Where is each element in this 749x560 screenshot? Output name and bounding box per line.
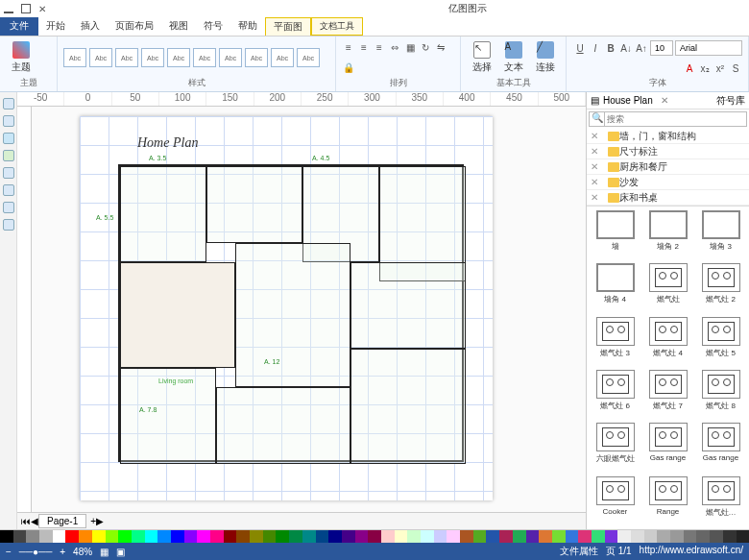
style-preset[interactable]: Abc [297,48,320,67]
shape-item[interactable]: 墙 [591,210,640,259]
lock-icon[interactable]: 🔒 [342,61,355,75]
zoom-in-icon[interactable]: + [60,547,65,557]
color-swatch[interactable] [552,530,566,543]
shape-item[interactable]: 燃气灶… [696,476,745,525]
flip-icon[interactable]: ⇋ [434,41,447,55]
zoom-out-icon[interactable]: − [6,547,12,557]
color-swatch[interactable] [526,530,540,543]
color-swatch[interactable] [132,530,145,543]
align-left-icon[interactable]: ≡ [342,41,355,55]
font-size-select[interactable] [650,40,673,56]
color-swatch[interactable] [157,530,171,543]
color-swatch[interactable] [710,530,723,543]
category-item[interactable]: ✕墙，门，窗和结构 [587,129,749,144]
status-url[interactable]: http://www.edrawsoft.cn/ [640,545,743,558]
remove-category-icon[interactable]: ✕ [591,161,600,172]
shape-item[interactable]: 燃气灶 8 [696,370,745,419]
strike-button[interactable]: S [729,61,742,75]
color-swatch[interactable] [210,530,224,543]
color-swatch[interactable] [617,530,631,543]
shape-item[interactable]: 燃气灶 2 [696,263,745,312]
style-preset[interactable]: Abc [193,48,216,67]
color-swatch[interactable] [407,530,421,543]
window-minimize-icon[interactable] [4,4,13,13]
page-tab-1[interactable]: Page-1 [38,514,86,528]
tab-view[interactable]: 视图 [161,17,196,36]
shape-item[interactable]: 燃气灶 3 [591,317,640,366]
color-swatch[interactable] [342,530,355,543]
color-swatch[interactable] [368,530,381,543]
drawing-page[interactable]: Home Plan A. 3.5 A. 4.5 [80,116,493,500]
context-tab-tools[interactable]: 文档工具 [311,17,363,36]
decrease-font-icon[interactable]: A↓ [619,41,633,55]
color-swatch[interactable] [566,530,579,543]
italic-button[interactable]: I [589,41,602,55]
color-swatch[interactable] [65,530,79,543]
color-swatch[interactable] [381,530,395,543]
color-swatch[interactable] [723,530,737,543]
view-mode-icon[interactable]: ▣ [116,547,125,557]
color-swatch[interactable] [592,530,605,543]
color-swatch[interactable] [421,530,434,543]
style-preset[interactable]: Abc [115,48,138,67]
style-preset[interactable]: Abc [89,48,112,67]
category-item[interactable]: ✕沙发 [587,175,749,190]
search-icon[interactable]: 🔍 [589,111,604,127]
color-swatch[interactable] [250,530,263,543]
align-center-icon[interactable]: ≡ [357,41,371,55]
color-swatch[interactable] [631,530,644,543]
text-tool[interactable]: A文本 [498,39,528,76]
tab-layout[interactable]: 页面布局 [108,17,161,36]
theme-button[interactable]: 主题 [6,39,36,76]
color-swatch[interactable] [302,530,316,543]
color-swatch[interactable] [328,530,342,543]
tab-insert[interactable]: 插入 [73,17,108,36]
style-preset[interactable]: Abc [63,48,86,67]
zoom-slider[interactable]: ──●── [19,547,52,557]
color-swatch[interactable] [39,530,53,543]
font-name-select[interactable] [675,40,742,56]
shape-item[interactable]: 墙角 2 [643,210,692,259]
color-swatch[interactable] [434,530,447,543]
shape-item[interactable]: 燃气灶 4 [643,317,692,366]
color-swatch[interactable] [236,530,250,543]
nav-prev-icon[interactable]: ◀ [31,516,38,526]
color-swatch[interactable] [447,530,460,543]
color-swatch[interactable] [355,530,369,543]
floor-plan[interactable]: A. 3.5 A. 4.5 A. 5.5 A. 12 A. 7.8 Living… [118,164,464,462]
color-swatch[interactable] [53,530,66,543]
tool-icon[interactable] [3,115,14,127]
tab-help[interactable]: 帮助 [230,17,265,36]
shape-search-input[interactable] [604,111,747,127]
color-swatch[interactable] [644,530,658,543]
shape-item[interactable]: 墙角 3 [696,210,745,259]
color-swatch[interactable] [737,530,750,543]
connector-tool[interactable]: ╱连接 [530,39,560,76]
shape-item[interactable]: Gas range [643,423,692,472]
color-swatch[interactable] [263,530,277,543]
dock-tab[interactable]: ▤ House Plan ✕ 符号库 [587,92,749,110]
color-swatch[interactable] [696,530,710,543]
view-mode-icon[interactable]: ▦ [100,547,109,557]
shape-item[interactable]: 燃气灶 6 [591,370,640,419]
tab-file[interactable]: 文件 [0,17,38,36]
shape-item[interactable]: Cooker [591,476,640,525]
color-swatch[interactable] [197,530,210,543]
close-tab-icon[interactable]: ✕ [661,95,668,106]
color-swatch[interactable] [499,530,513,543]
shape-item[interactable]: 燃气灶 5 [696,317,745,366]
remove-category-icon[interactable]: ✕ [591,192,600,203]
nav-next-icon[interactable]: ▶ [96,516,104,526]
color-swatch[interactable] [0,530,13,543]
rotate-icon[interactable]: ↻ [419,41,432,55]
tool-icon[interactable] [3,219,14,231]
color-swatch[interactable] [106,530,119,543]
bold-button[interactable]: B [604,41,617,55]
remove-category-icon[interactable]: ✕ [591,131,600,141]
color-swatch[interactable] [79,530,92,543]
tool-icon[interactable] [3,167,14,179]
style-preset[interactable]: Abc [271,48,294,67]
color-swatch[interactable] [684,530,697,543]
color-swatch[interactable] [539,530,552,543]
distribute-icon[interactable]: ⇔ [388,41,401,55]
